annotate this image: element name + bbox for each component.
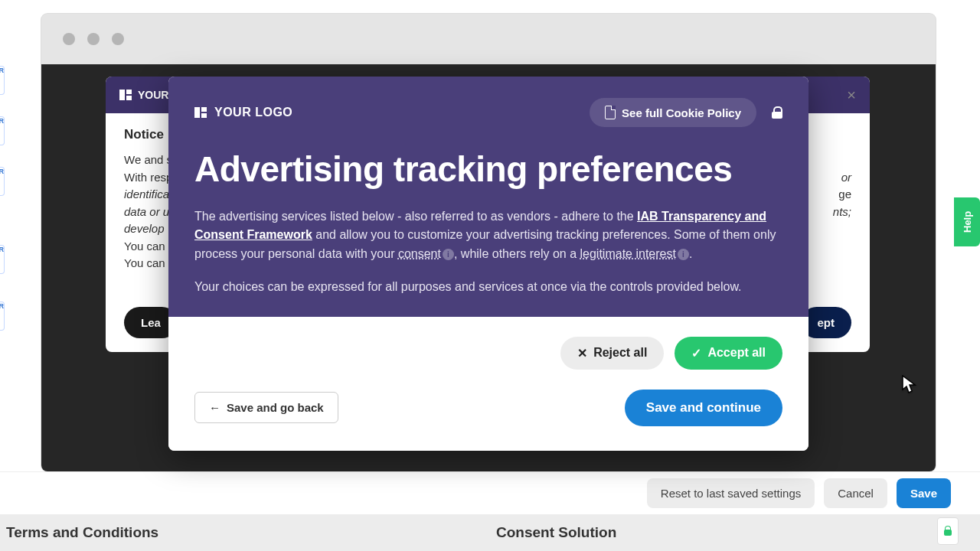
- side-tab[interactable]: R: [0, 116, 5, 145]
- back-label: Save and go back: [227, 401, 324, 414]
- arrow-left-icon: ←: [209, 401, 220, 414]
- accept-label: Accept all: [707, 346, 766, 360]
- info-icon[interactable]: i: [443, 249, 454, 260]
- reset-button[interactable]: Reset to last saved settings: [647, 478, 815, 508]
- save-button[interactable]: Save: [897, 478, 951, 508]
- side-tab[interactable]: R: [0, 66, 5, 95]
- close-icon[interactable]: ×: [847, 86, 856, 104]
- modal-header-right: See full Cookie Policy: [590, 98, 782, 127]
- editor-toolbar: Reset to last saved settings Cancel Save: [0, 471, 980, 514]
- lock-icon: [944, 526, 952, 536]
- window-titlebar: [41, 14, 936, 64]
- save-go-back-button[interactable]: ← Save and go back: [194, 392, 338, 423]
- save-continue-button[interactable]: Save and continue: [625, 390, 782, 426]
- privacy-badge[interactable]: [937, 517, 959, 545]
- window-dot: [63, 33, 75, 45]
- x-icon: ✕: [577, 346, 587, 360]
- help-tab[interactable]: Help: [954, 197, 980, 246]
- window-dot: [112, 33, 124, 45]
- info-icon[interactable]: i: [678, 249, 689, 260]
- side-tab[interactable]: R: [0, 167, 5, 196]
- modal-title: Advertising tracking preferences: [194, 150, 782, 189]
- modal-nav: ← Save and go back Save and continue: [194, 390, 782, 426]
- side-tab[interactable]: R: [0, 302, 5, 331]
- lock-icon[interactable]: [772, 106, 782, 119]
- modal-logo-text: YOUR LOGO: [214, 106, 292, 119]
- reject-all-button[interactable]: ✕ Reject all: [560, 337, 664, 370]
- modal-description: The advertising services listed below - …: [194, 207, 782, 297]
- modal-logo: YOUR LOGO: [194, 106, 292, 119]
- legitimate-interest-term[interactable]: legitimate interest: [580, 247, 676, 260]
- window-dot: [87, 33, 100, 45]
- cancel-button[interactable]: Cancel: [824, 478, 887, 508]
- side-tab[interactable]: R: [0, 245, 5, 274]
- tracking-preferences-modal: YOUR LOGO See full Cookie Policy Adverti…: [168, 77, 808, 451]
- footer-consent[interactable]: Consent Solution: [490, 524, 980, 541]
- modal-body: ✕ Reject all ✓ Accept all ← Save and go …: [168, 317, 808, 451]
- modal-header: YOUR LOGO See full Cookie Policy Adverti…: [168, 77, 808, 317]
- consent-term[interactable]: consent: [398, 247, 441, 260]
- cookie-policy-link[interactable]: See full Cookie Policy: [590, 98, 756, 127]
- page-footer: Terms and Conditions Consent Solution: [0, 514, 980, 551]
- policy-link-label: See full Cookie Policy: [622, 106, 741, 119]
- logo-icon: [194, 107, 207, 118]
- logo-icon: [119, 90, 132, 100]
- modal-topbar: YOUR LOGO See full Cookie Policy: [194, 98, 782, 127]
- footer-terms[interactable]: Terms and Conditions: [0, 524, 490, 541]
- check-icon: ✓: [691, 346, 701, 360]
- document-icon: [605, 106, 616, 119]
- accept-all-button[interactable]: ✓ Accept all: [675, 337, 782, 370]
- consent-buttons: ✕ Reject all ✓ Accept all: [194, 337, 782, 370]
- reject-label: Reject all: [593, 346, 647, 360]
